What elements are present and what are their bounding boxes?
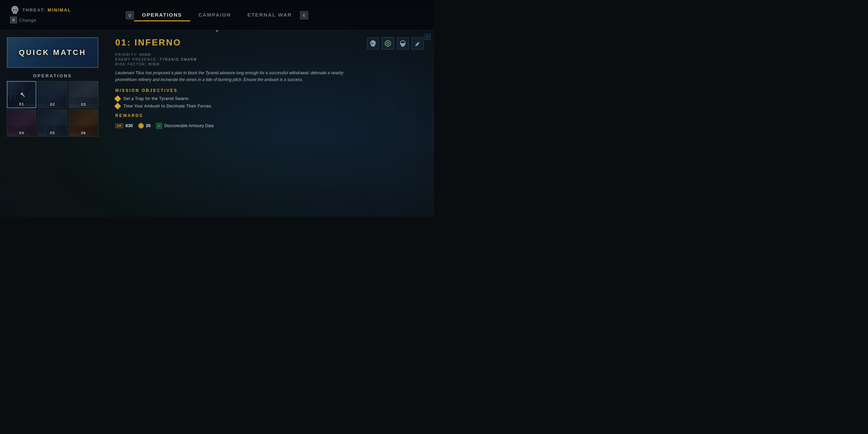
svg-rect-4: [28, 91, 31, 99]
xp-badge: XP: [115, 123, 123, 128]
operations-section: OPERATIONS: [7, 73, 98, 137]
svg-point-28: [209, 183, 344, 203]
tab-operations[interactable]: Operations: [134, 9, 190, 21]
rewards-title: REWARDS: [115, 113, 424, 118]
threat-panel: THREAT: MINIMAL R Change: [10, 5, 71, 23]
player-icon-4[interactable]: [412, 37, 424, 50]
mission-title: 01: INFERNO: [115, 37, 181, 48]
svg-rect-1: [10, 90, 12, 99]
op-card-02[interactable]: 02: [38, 81, 67, 108]
op-number-05: 05: [50, 131, 55, 135]
risk-factor-line: RISK FACTOR: HIGH: [115, 62, 424, 66]
op-number-03: 03: [81, 102, 86, 106]
data-reward: Discoverable Armoury Data: [156, 123, 214, 129]
coin-icon: [138, 123, 144, 129]
nav-tabs: Q Operations Campaign Eternal War E: [126, 9, 308, 21]
mission-content: 01: INFERNO: [115, 37, 424, 129]
objective-text-2: Time Your Ambush to Decimate Their Force…: [123, 104, 212, 108]
op-number-06: 06: [81, 131, 86, 135]
svg-rect-8: [43, 92, 44, 101]
op-number-02: 02: [50, 102, 55, 106]
left-panel: QUICK MATCH OPERATIONS: [0, 31, 105, 217]
currency-value: 35: [146, 123, 151, 128]
cursor-indicator: ↖: [20, 91, 26, 99]
objectives-list: Set a Trap for the Tyranid Swarm. Time Y…: [115, 96, 424, 108]
objective-diamond-2: [114, 103, 121, 110]
objective-text-1: Set a Trap for the Tyranid Swarm.: [123, 96, 190, 101]
svg-rect-21: [72, 121, 73, 133]
operations-grid: ↖ 01 02: [7, 81, 98, 137]
objective-diamond-1: [114, 95, 121, 102]
top-navigation: THREAT: MINIMAL R Change Q Operations Ca…: [0, 0, 434, 31]
mission-player-icons: [367, 37, 424, 50]
svg-rect-9: [57, 91, 59, 100]
currency-reward: 35: [138, 123, 151, 129]
op-card-06[interactable]: 06: [69, 110, 98, 137]
svg-rect-12: [73, 93, 74, 104]
op-number-01: 01: [19, 102, 24, 106]
player-icon-3[interactable]: [397, 37, 409, 50]
crosshair-player-icon: [384, 40, 392, 47]
tab-eternal-war[interactable]: Eternal War: [239, 9, 300, 21]
svg-rect-29: [242, 173, 270, 180]
enemy-value: TYRANID SWARM: [160, 58, 197, 61]
enemy-presence-line: ENEMY PRESENCE: TYRANID SWARM: [115, 58, 424, 61]
data-reward-icon: [157, 124, 161, 128]
right-panel: ⤢ 01: INFERNO: [105, 31, 434, 217]
skull-icon: [10, 5, 20, 15]
enemy-label: ENEMY PRESENCE:: [115, 58, 158, 61]
svg-point-14: [11, 121, 23, 128]
mission-description: Lieutenant Titus has proposed a plan to …: [115, 70, 353, 83]
change-label: Change: [19, 18, 37, 23]
op-card-04[interactable]: 04: [7, 110, 36, 137]
skull-player-icon: [369, 40, 377, 47]
mission-header-row: 01: INFERNO: [115, 37, 424, 50]
objective-item-1: Set a Trap for the Tyranid Swarm.: [115, 96, 424, 101]
objectives-title: MISSION OBJECTIVES: [115, 88, 424, 93]
threat-header: THREAT: MINIMAL: [10, 5, 71, 15]
svg-rect-17: [44, 119, 46, 133]
op-number-04: 04: [19, 131, 24, 135]
q-key-badge: Q: [126, 11, 134, 19]
op-card-03[interactable]: 03: [69, 81, 98, 108]
xp-reward: XP 630: [115, 123, 133, 128]
e-key-badge: E: [300, 11, 308, 19]
op-card-01[interactable]: ↖ 01: [7, 81, 36, 108]
data-reward-label: Discoverable Armoury Data: [164, 123, 214, 128]
priority-label: PRIORITY:: [115, 53, 138, 57]
svg-point-20: [78, 118, 95, 128]
priority-line: PRIORITY: HIGH: [115, 53, 424, 57]
player-icon-2[interactable]: [382, 37, 394, 50]
threat-label: THREAT: MINIMAL: [22, 7, 71, 13]
mission-metadata: PRIORITY: HIGH ENEMY PRESENCE: TYRANID S…: [115, 53, 424, 66]
tab-campaign[interactable]: Campaign: [190, 9, 239, 21]
quick-match-button[interactable]: QUICK MATCH: [7, 37, 98, 68]
player-icon-1[interactable]: [367, 37, 379, 50]
main-content: QUICK MATCH OPERATIONS: [0, 31, 434, 217]
drone-player-icon: [414, 40, 421, 47]
helmet-player-icon: [399, 40, 407, 47]
r-key-badge: R: [10, 17, 17, 23]
risk-value: HIGH: [149, 62, 160, 66]
risk-label: RISK FACTOR:: [115, 62, 147, 66]
op-card-05[interactable]: 05: [38, 110, 67, 137]
quick-match-label: QUICK MATCH: [7, 38, 98, 67]
change-button[interactable]: R Change: [10, 17, 71, 23]
svg-marker-11: [79, 90, 88, 97]
priority-value: HIGH: [140, 53, 151, 57]
rewards-row: XP 630 35 Discoverable Armoury Data: [115, 123, 424, 129]
expand-button[interactable]: ⤢: [425, 34, 431, 40]
data-icon: [156, 123, 162, 129]
svg-rect-15: [24, 121, 26, 133]
operations-title: OPERATIONS: [7, 73, 98, 78]
xp-value: 630: [125, 123, 133, 128]
objective-item-2: Time Your Ambush to Decimate Their Force…: [115, 104, 424, 108]
